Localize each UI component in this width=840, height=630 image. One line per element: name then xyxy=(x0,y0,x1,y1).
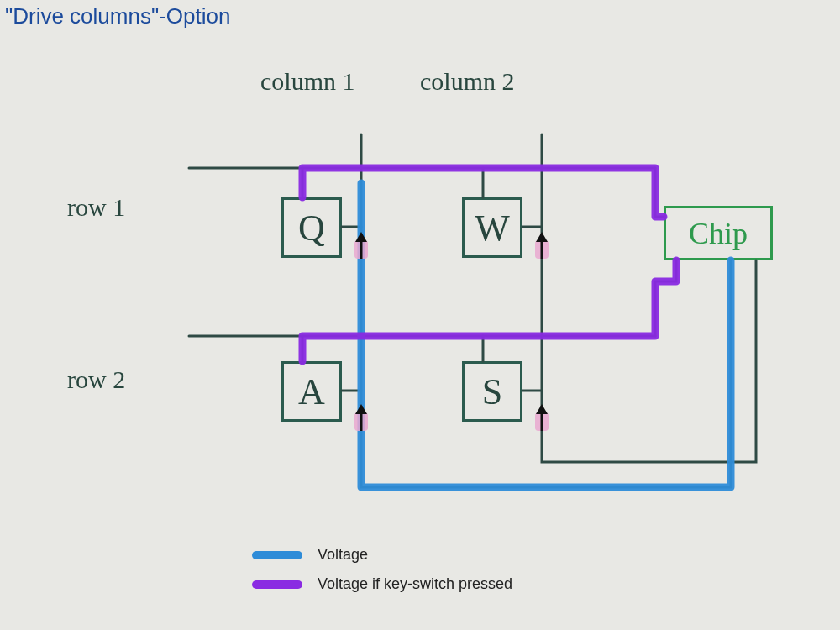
key-a: A xyxy=(281,361,342,422)
label-column-1: column 1 xyxy=(260,67,355,96)
page-title: "Drive columns"-Option xyxy=(5,3,230,29)
chip-box: Chip xyxy=(664,206,773,260)
svg-marker-3 xyxy=(536,232,548,242)
legend-label-voltage: Voltage xyxy=(318,546,368,564)
key-q: Q xyxy=(281,197,342,258)
key-w: W xyxy=(462,197,522,258)
legend-label-voltage-pressed: Voltage if key-switch pressed xyxy=(318,575,512,593)
svg-rect-6 xyxy=(535,412,549,431)
svg-marker-5 xyxy=(355,404,367,414)
svg-rect-4 xyxy=(354,412,368,431)
svg-rect-2 xyxy=(535,240,549,259)
label-column-2: column 2 xyxy=(420,67,515,96)
key-s: S xyxy=(462,361,522,422)
label-row-2: row 2 xyxy=(67,365,125,394)
svg-marker-1 xyxy=(355,232,367,242)
diagram-stage: "Drive columns"-Option column 1 column 2… xyxy=(0,0,840,630)
legend-swatch-purple xyxy=(252,580,302,589)
legend-row-voltage-pressed: Voltage if key-switch pressed xyxy=(252,575,512,593)
svg-marker-7 xyxy=(536,404,548,414)
label-row-1: row 1 xyxy=(67,193,125,222)
legend: Voltage Voltage if key-switch pressed xyxy=(252,546,512,605)
svg-rect-0 xyxy=(354,240,368,259)
legend-row-voltage: Voltage xyxy=(252,546,512,564)
legend-swatch-blue xyxy=(252,551,302,559)
